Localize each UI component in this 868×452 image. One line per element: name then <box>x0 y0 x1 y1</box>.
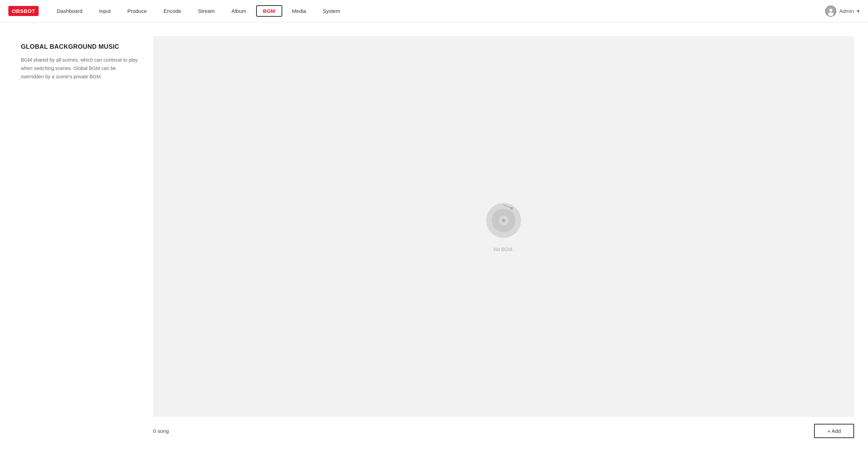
sidebar-title: GLOBAL BACKGROUND MUSIC <box>21 43 139 50</box>
svg-point-2 <box>828 12 834 16</box>
svg-point-8 <box>510 207 513 210</box>
nav-item-produce[interactable]: Produce <box>120 5 154 17</box>
nav-item-encode[interactable]: Encode <box>157 5 188 17</box>
user-avatar-icon <box>825 6 836 17</box>
nav: Dashboard Input Produce Encode Stream Al… <box>50 5 825 17</box>
logo[interactable]: OBSBOT <box>8 6 39 16</box>
chevron-down-icon: ▾ <box>857 8 860 14</box>
empty-state: No BGM. <box>484 201 523 252</box>
add-button[interactable]: + Add <box>814 424 854 438</box>
header: OBSBOT Dashboard Input Produce Encode St… <box>0 0 868 22</box>
user-name: Admin <box>839 8 854 14</box>
nav-item-album[interactable]: Album <box>224 5 253 17</box>
nav-item-dashboard[interactable]: Dashboard <box>50 5 89 17</box>
nav-item-bgm[interactable]: BGM <box>256 5 282 17</box>
sidebar-description: BGM shared by all scenes, which can cont… <box>21 56 139 81</box>
bgm-panel: No BGM. <box>153 36 854 417</box>
song-count: 0 song <box>153 428 169 434</box>
nav-item-system[interactable]: System <box>316 5 347 17</box>
svg-point-6 <box>502 219 505 222</box>
main-content: GLOBAL BACKGROUND MUSIC BGM shared by al… <box>0 22 868 452</box>
bottom-bar: 0 song + Add <box>153 417 854 438</box>
content-area: No BGM. 0 song + Add <box>153 36 854 438</box>
disc-icon <box>484 201 523 240</box>
user-menu[interactable]: Admin ▾ <box>825 6 860 17</box>
sidebar: GLOBAL BACKGROUND MUSIC BGM shared by al… <box>21 36 139 438</box>
empty-bgm-label: No BGM. <box>494 247 514 252</box>
nav-item-input[interactable]: Input <box>92 5 118 17</box>
svg-point-1 <box>829 9 833 12</box>
nav-item-media[interactable]: Media <box>285 5 313 17</box>
nav-item-stream[interactable]: Stream <box>191 5 222 17</box>
